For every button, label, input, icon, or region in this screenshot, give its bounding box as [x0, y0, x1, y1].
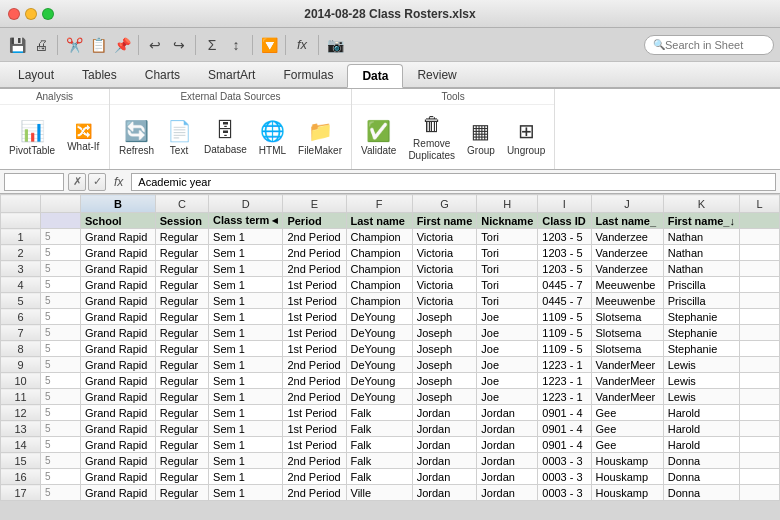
cell-lastname[interactable]: Falk — [346, 437, 412, 453]
cell-nickname[interactable]: Jordan — [477, 453, 538, 469]
cell-firstname2[interactable]: Harold — [663, 405, 739, 421]
cell-nickname[interactable]: Joe — [477, 357, 538, 373]
cell-period[interactable]: 2nd Period — [283, 453, 346, 469]
cell-firstname[interactable]: Joseph — [412, 373, 477, 389]
cell-extra2[interactable] — [739, 373, 779, 389]
cell-lastname[interactable]: DeYoung — [346, 341, 412, 357]
cell-extra[interactable]: 5 — [41, 373, 81, 389]
cell-firstname2[interactable]: Stephanie — [663, 341, 739, 357]
cell-session[interactable]: Regular — [155, 341, 208, 357]
cell-firstname[interactable]: Victoria — [412, 261, 477, 277]
cell-session[interactable]: Regular — [155, 245, 208, 261]
cell-classid[interactable]: 1223 - 1 — [538, 373, 591, 389]
cell-classid[interactable]: 0901 - 4 — [538, 421, 591, 437]
cell-firstname2[interactable]: Donna — [663, 453, 739, 469]
cell-session[interactable]: Regular — [155, 405, 208, 421]
cell-extra[interactable]: 5 — [41, 293, 81, 309]
cell-classterm[interactable]: Sem 1 — [209, 405, 283, 421]
cell-school[interactable]: Grand Rapid — [81, 405, 156, 421]
search-input[interactable] — [665, 39, 765, 51]
cell-classterm[interactable]: Sem 1 — [209, 325, 283, 341]
cell-lastname[interactable]: Champion — [346, 261, 412, 277]
cell-session[interactable]: Regular — [155, 373, 208, 389]
print-icon[interactable]: 🖨 — [30, 34, 52, 56]
cell-classid[interactable]: 1203 - 5 — [538, 245, 591, 261]
cell-lastname[interactable]: Ville — [346, 485, 412, 501]
cell-period[interactable]: 1st Period — [283, 421, 346, 437]
cell-lastname2[interactable]: VanderMeer — [591, 357, 663, 373]
cell-session[interactable]: Regular — [155, 357, 208, 373]
cell-firstname[interactable]: Jordan — [412, 453, 477, 469]
cell-school[interactable]: Grand Rapid — [81, 277, 156, 293]
cell-extra2[interactable] — [739, 309, 779, 325]
cell-school[interactable]: Grand Rapid — [81, 421, 156, 437]
cell-extra[interactable]: 5 — [41, 245, 81, 261]
maximize-button[interactable] — [42, 8, 54, 20]
redo-icon[interactable]: ↪ — [168, 34, 190, 56]
col-header-b[interactable]: B — [81, 195, 156, 213]
database-button[interactable]: 🗄 Database — [199, 116, 252, 158]
cell-lastname2[interactable]: Meeuwenbe — [591, 293, 663, 309]
cell-extra2[interactable] — [739, 485, 779, 501]
cell-period[interactable]: 1st Period — [283, 341, 346, 357]
cell-school[interactable]: Grand Rapid — [81, 325, 156, 341]
search-box[interactable]: 🔍 — [644, 35, 774, 55]
row-header-1[interactable]: 1 — [1, 229, 41, 245]
cell-session[interactable]: Regular — [155, 389, 208, 405]
cell-period[interactable]: 2nd Period — [283, 373, 346, 389]
cell-lastname2[interactable]: VanderMeer — [591, 389, 663, 405]
sort-icon[interactable]: ↕ — [225, 34, 247, 56]
cell-nickname[interactable]: Tori — [477, 293, 538, 309]
group-button[interactable]: ▦ Group — [462, 116, 500, 159]
cell-firstname[interactable]: Jordan — [412, 421, 477, 437]
cell-classid[interactable]: 1203 - 5 — [538, 229, 591, 245]
cell-school[interactable]: Grand Rapid — [81, 389, 156, 405]
cell-extra2[interactable] — [739, 469, 779, 485]
cell-nickname[interactable]: Jordan — [477, 437, 538, 453]
cell-classid[interactable]: 1223 - 1 — [538, 357, 591, 373]
cell-lastname[interactable]: Falk — [346, 453, 412, 469]
cell-classid[interactable]: 1223 - 1 — [538, 389, 591, 405]
row-header-3[interactable]: 3 — [1, 261, 41, 277]
cell-lastname[interactable]: Falk — [346, 405, 412, 421]
cell-nickname[interactable]: Jordan — [477, 469, 538, 485]
cell-classid[interactable]: 1109 - 5 — [538, 341, 591, 357]
cell-nickname[interactable]: Joe — [477, 325, 538, 341]
cell-classid[interactable]: 1109 - 5 — [538, 309, 591, 325]
cell-lastname2[interactable]: Houskamp — [591, 485, 663, 501]
cell-session[interactable]: Regular — [155, 469, 208, 485]
cell-nickname[interactable]: Jordan — [477, 485, 538, 501]
cell-nickname[interactable]: Jordan — [477, 421, 538, 437]
cell-firstname2[interactable]: Harold — [663, 437, 739, 453]
row-header-9[interactable]: 9 — [1, 357, 41, 373]
cell-firstname2[interactable]: Stephanie — [663, 325, 739, 341]
cell-lastname2[interactable]: Vanderzee — [591, 229, 663, 245]
cell-period[interactable]: 2nd Period — [283, 389, 346, 405]
row-header-10[interactable]: 10 — [1, 373, 41, 389]
cell-period[interactable]: 2nd Period — [283, 485, 346, 501]
cell-period[interactable]: 2nd Period — [283, 245, 346, 261]
row-header-4[interactable]: 4 — [1, 277, 41, 293]
cell-firstname[interactable]: Victoria — [412, 229, 477, 245]
cell-session[interactable]: Regular — [155, 485, 208, 501]
cell-lastname2[interactable]: Houskamp — [591, 469, 663, 485]
cell-period[interactable]: 1st Period — [283, 293, 346, 309]
cell-period[interactable]: 1st Period — [283, 405, 346, 421]
cell-extra2[interactable] — [739, 389, 779, 405]
cell-session[interactable]: Regular — [155, 437, 208, 453]
cell-firstname[interactable]: Jordan — [412, 437, 477, 453]
cell-extra[interactable]: 5 — [41, 261, 81, 277]
cell-classterm[interactable]: Sem 1 — [209, 261, 283, 277]
cell-period[interactable]: 2nd Period — [283, 261, 346, 277]
cell-nickname[interactable]: Joe — [477, 389, 538, 405]
cell-classid[interactable]: 0901 - 4 — [538, 405, 591, 421]
tab-data[interactable]: Data — [347, 64, 403, 88]
cell-school[interactable]: Grand Rapid — [81, 469, 156, 485]
cell-classterm[interactable]: Sem 1 — [209, 277, 283, 293]
col-header-d[interactable]: D — [209, 195, 283, 213]
col-header-a[interactable] — [41, 195, 81, 213]
cell-lastname2[interactable]: Slotsema — [591, 341, 663, 357]
cell-classterm[interactable]: Sem 1 — [209, 421, 283, 437]
cell-session[interactable]: Regular — [155, 293, 208, 309]
cell-classterm[interactable]: Sem 1 — [209, 309, 283, 325]
